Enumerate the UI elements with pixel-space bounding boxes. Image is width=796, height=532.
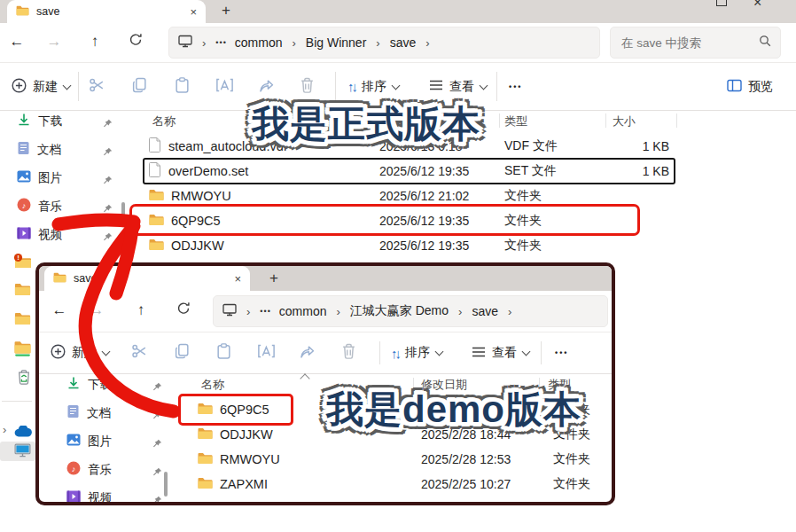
breadcrumb-segment[interactable]: common bbox=[279, 304, 327, 318]
breadcrumb-segment[interactable]: Big Winner bbox=[306, 35, 366, 50]
view-button[interactable]: 查看 bbox=[472, 345, 529, 361]
view-icon bbox=[472, 346, 486, 361]
tab-close-icon[interactable]: × bbox=[190, 5, 197, 19]
forward-button[interactable]: → bbox=[43, 33, 66, 51]
sidebar-scrollbar[interactable] bbox=[164, 472, 168, 497]
breadcrumb-overflow-icon[interactable]: ••• bbox=[260, 307, 270, 316]
preview-button[interactable]: 预览 bbox=[727, 79, 773, 95]
tab-label: save bbox=[74, 272, 97, 285]
cut-icon[interactable] bbox=[131, 343, 148, 364]
view-button[interactable]: 查看 bbox=[429, 79, 487, 95]
maximize-button[interactable] bbox=[716, 0, 727, 6]
file-type: 文件夹 bbox=[499, 238, 605, 254]
file-row[interactable]: ZAPXMI2025/2/25 10:27文件夹 bbox=[191, 472, 612, 497]
chevron-right-icon: › bbox=[506, 305, 513, 318]
up-button[interactable]: ↑ bbox=[129, 301, 152, 319]
file-type: 文件夹 bbox=[548, 476, 612, 492]
back-button[interactable]: ← bbox=[48, 301, 71, 319]
expand-chevron-icon[interactable]: › bbox=[3, 423, 6, 436]
sidebar-item-downloads[interactable]: 下载 bbox=[11, 107, 150, 136]
breadcrumb-overflow-icon[interactable]: ••• bbox=[215, 38, 226, 47]
paste-icon[interactable] bbox=[215, 343, 232, 364]
column-header-type[interactable]: 类型 bbox=[499, 113, 605, 129]
refresh-button[interactable] bbox=[172, 301, 195, 320]
this-pc-icon[interactable] bbox=[222, 303, 237, 319]
new-button[interactable]: 新建 bbox=[51, 344, 109, 362]
sidebar-item-label: 视频 bbox=[88, 490, 112, 505]
toolbar-divider bbox=[335, 72, 336, 101]
file-type: 文件夹 bbox=[548, 451, 612, 467]
file-name-label: ZAPXMI bbox=[220, 477, 268, 491]
file-name-cell: RMWOYU bbox=[142, 189, 379, 204]
copy-icon[interactable] bbox=[174, 343, 191, 364]
tab-save[interactable]: save × bbox=[7, 0, 206, 23]
sidebar-item-documents[interactable]: 文档 bbox=[11, 136, 150, 164]
chevron-right-icon: › bbox=[334, 305, 341, 318]
document-icon bbox=[66, 404, 80, 422]
tab-save-demo[interactable]: save × bbox=[44, 266, 250, 291]
back-button[interactable]: ← bbox=[5, 33, 28, 51]
sidebar-item-folder[interactable] bbox=[14, 283, 31, 300]
delete-icon[interactable] bbox=[341, 343, 356, 364]
new-button[interactable]: 新建 bbox=[12, 78, 70, 96]
sidebar-item-pictures[interactable]: 图片 bbox=[60, 427, 199, 456]
sidebar-item-music[interactable]: ♪音乐 bbox=[60, 456, 199, 484]
chevron-down-icon bbox=[102, 348, 111, 356]
search-input[interactable] bbox=[620, 35, 759, 51]
svg-text:♪: ♪ bbox=[22, 201, 27, 210]
folder-icon bbox=[198, 452, 213, 467]
folder-icon bbox=[53, 270, 66, 286]
pin-icon bbox=[152, 379, 162, 395]
sidebar-item-label: 下载 bbox=[38, 113, 62, 129]
svg-text:♪: ♪ bbox=[72, 465, 76, 473]
refresh-button[interactable] bbox=[124, 33, 147, 51]
breadcrumb-segment[interactable]: save bbox=[472, 304, 498, 318]
sort-button[interactable]: ↑↓ 排序 bbox=[347, 79, 399, 95]
sidebar-item-label: 文档 bbox=[87, 405, 111, 421]
this-pc-icon[interactable] bbox=[178, 35, 192, 51]
file-row[interactable]: ODJJKW2025/6/12 19:35文件夹 bbox=[142, 233, 796, 258]
new-button-label: 新建 bbox=[72, 345, 97, 361]
column-separator[interactable] bbox=[676, 113, 677, 128]
up-button[interactable]: ↑ bbox=[83, 33, 106, 51]
toolbar-divider bbox=[541, 341, 542, 364]
rename-icon[interactable] bbox=[257, 344, 276, 363]
tab-close-icon[interactable]: × bbox=[234, 272, 241, 286]
close-button[interactable]: × bbox=[753, 0, 761, 10]
sidebar-item-onedrive[interactable] bbox=[14, 425, 32, 441]
breadcrumb-segment[interactable]: common bbox=[235, 35, 283, 50]
share-icon[interactable] bbox=[258, 76, 275, 97]
copy-icon[interactable] bbox=[131, 76, 148, 97]
sidebar-item-recycle-bin[interactable] bbox=[17, 369, 31, 388]
breadcrumb-segment[interactable]: save bbox=[390, 35, 417, 50]
sort-icon: ↑↓ bbox=[347, 79, 355, 94]
sidebar-item-pictures[interactable]: 图片 bbox=[11, 164, 150, 192]
more-options-icon[interactable]: ••• bbox=[509, 82, 522, 91]
column-separator[interactable] bbox=[605, 113, 606, 128]
breadcrumb-segment[interactable]: 江城大赢家 Demo bbox=[350, 303, 449, 319]
cut-icon[interactable] bbox=[89, 76, 105, 97]
rename-icon[interactable] bbox=[215, 77, 234, 96]
sort-button-label: 排序 bbox=[405, 345, 430, 361]
sidebar-item-folder[interactable] bbox=[14, 312, 31, 329]
demo-sidebar: 下载文档图片♪音乐视频 bbox=[60, 371, 199, 505]
sort-button[interactable]: ↑↓ 排序 bbox=[391, 345, 442, 361]
new-tab-button[interactable]: + bbox=[269, 270, 278, 287]
paste-icon[interactable] bbox=[174, 76, 191, 97]
share-icon[interactable] bbox=[299, 343, 316, 364]
sidebar-item-folder-synced[interactable] bbox=[14, 340, 31, 360]
new-tab-button[interactable]: + bbox=[222, 2, 230, 20]
delete-icon[interactable] bbox=[300, 76, 315, 97]
file-name-cell: ODJJKW bbox=[142, 239, 379, 254]
pin-icon bbox=[103, 173, 113, 189]
chevron-right-icon: › bbox=[290, 36, 297, 50]
sidebar-item-folder-alert[interactable]: ! bbox=[13, 253, 32, 273]
forward-button[interactable]: → bbox=[85, 301, 108, 319]
sidebar-item-videos[interactable]: 视频 bbox=[60, 484, 199, 505]
sidebar-item-this-pc[interactable] bbox=[14, 443, 31, 461]
file-row[interactable]: RMWOYU2025/2/28 12:53文件夹 bbox=[191, 447, 612, 472]
column-separator[interactable] bbox=[499, 113, 500, 128]
column-header-size[interactable]: 大小 bbox=[605, 113, 676, 129]
sidebar-scrollbar[interactable] bbox=[121, 202, 125, 222]
more-options-icon[interactable]: ••• bbox=[555, 348, 568, 357]
